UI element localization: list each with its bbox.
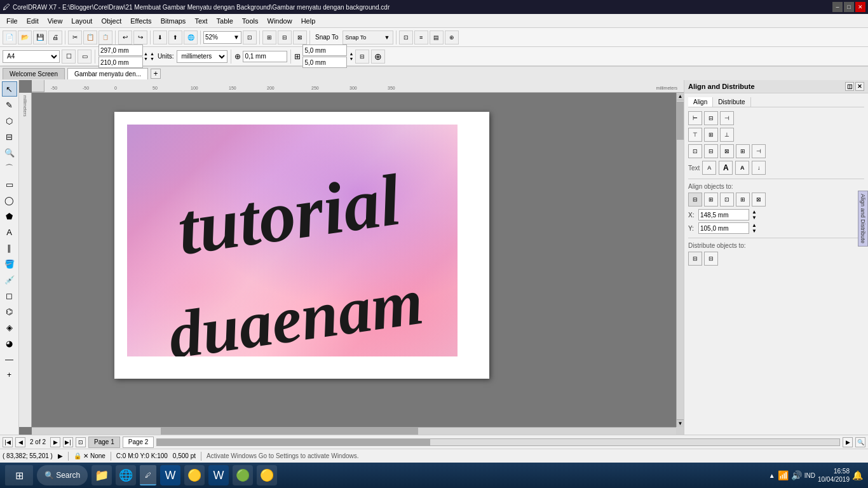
text-tool[interactable]: A	[2, 224, 17, 240]
align-option-5[interactable]: ⊣	[752, 144, 766, 158]
curve-tool[interactable]: ⌒	[2, 161, 17, 176]
tab-align[interactable]: Align	[688, 97, 713, 107]
parallel-tool[interactable]: ∥	[2, 240, 17, 255]
paper-size-selector[interactable]: A4	[3, 50, 60, 63]
page2-tab[interactable]: Page 2	[123, 437, 154, 448]
height-down-arrow[interactable]: ▼	[150, 57, 154, 61]
add-page-button[interactable]: ⊕	[371, 50, 385, 64]
view-mode-button3[interactable]: ⊠	[293, 30, 307, 44]
width-down-arrow[interactable]: ▼	[144, 57, 148, 61]
menu-bitmaps[interactable]: Bitmaps	[157, 16, 190, 26]
tab-document[interactable]: Gambar menyatu den...	[67, 68, 148, 79]
coreldraw-app[interactable]: 🖊	[140, 465, 156, 485]
scroll-thumb-h[interactable]	[161, 428, 419, 435]
connector-tool[interactable]: —	[2, 351, 17, 367]
next-page-button[interactable]: ▶	[50, 437, 60, 447]
menu-object[interactable]: Object	[97, 16, 125, 26]
dupe-w-down[interactable]: ▼	[349, 57, 353, 61]
chrome-app[interactable]: 🟡	[184, 465, 205, 485]
dupe-h-input[interactable]	[302, 57, 347, 68]
panel-vertical-label[interactable]: Align and Distribute	[858, 191, 868, 247]
freehand-tool[interactable]: ✎	[2, 97, 17, 112]
panel-close-button[interactable]: ✕	[855, 82, 864, 91]
eraser-tool[interactable]: ◻	[2, 288, 17, 303]
canvas-area[interactable]: -50 -50 0 50 100 150 200 250 300 350 mil…	[19, 80, 684, 435]
publish-button[interactable]: 🌐	[184, 30, 198, 44]
align-right-button[interactable]: ⊣	[720, 111, 734, 125]
open-button[interactable]: 📂	[18, 30, 32, 44]
first-page-button[interactable]: |◀	[3, 437, 13, 447]
menu-window[interactable]: Window	[264, 16, 296, 26]
cut-button[interactable]: ✂	[68, 30, 82, 44]
shape-tool[interactable]: ⬡	[2, 113, 17, 128]
align-option-4[interactable]: ⊞	[736, 144, 750, 158]
select-tool[interactable]: ↖	[2, 81, 17, 97]
scroll-down-arrow[interactable]: ▼	[677, 419, 684, 427]
rectangle-tool[interactable]: ▭	[2, 177, 17, 192]
scroll-right-button[interactable]: ▶	[843, 437, 853, 447]
dupe-w-up[interactable]: ▲	[349, 51, 353, 56]
chevron-up-icon[interactable]: ▲	[769, 472, 775, 479]
redo-button[interactable]: ↪	[133, 30, 147, 44]
yellow-app[interactable]: 🟡	[257, 465, 277, 485]
tab-add-button[interactable]: +	[151, 69, 161, 79]
menu-file[interactable]: File	[3, 16, 22, 26]
zoom-options-button[interactable]: ⊡	[243, 30, 257, 44]
options-button2[interactable]: ≡	[414, 30, 428, 44]
distribute-btn-1[interactable]: ⊟	[688, 252, 702, 266]
panel-float-button[interactable]: ◫	[845, 82, 854, 91]
y-up-arrow[interactable]: ▲▼	[752, 222, 757, 234]
snap-to-dropdown[interactable]: Snap To▼	[342, 30, 393, 44]
file-explorer-button[interactable]: 📁	[92, 465, 112, 485]
page-canvas[interactable]: tutorial duaenam	[114, 112, 489, 379]
crop-tool[interactable]: ⊟	[2, 129, 17, 144]
dupe-w-input[interactable]	[302, 44, 347, 56]
blend-tool[interactable]: ⌬	[2, 304, 17, 319]
align-center-v-button[interactable]: ⊞	[704, 128, 718, 142]
browser-button[interactable]: 🌐	[116, 465, 136, 485]
align-obj-btn-3[interactable]: ⊡	[720, 193, 734, 207]
prev-page-button[interactable]: ◀	[15, 437, 25, 447]
menu-edit[interactable]: Edit	[23, 16, 43, 26]
fill-tool[interactable]: 🪣	[2, 256, 17, 271]
width-field[interactable]	[98, 44, 143, 56]
vertical-scrollbar[interactable]: ▲ ▼	[676, 93, 684, 427]
landscape-button[interactable]: ▭	[78, 50, 92, 64]
zoom-to-fit-button[interactable]: 🔍	[855, 437, 865, 447]
start-button[interactable]: ⊞	[5, 465, 33, 485]
maximize-button[interactable]: □	[844, 2, 854, 12]
print-button[interactable]: 🖨	[48, 30, 62, 44]
x-up-arrow[interactable]: ▲▼	[752, 209, 757, 220]
menu-help[interactable]: Help	[297, 16, 320, 26]
nudge-input[interactable]	[243, 51, 287, 62]
text-align-btn-1[interactable]: A	[702, 161, 716, 175]
units-selector[interactable]: millimeters	[177, 50, 227, 63]
text-align-btn-4[interactable]: ↓	[752, 161, 766, 175]
word-app[interactable]: W	[160, 465, 180, 485]
menu-text[interactable]: Text	[191, 16, 211, 26]
menu-effects[interactable]: Effects	[126, 16, 155, 26]
align-obj-btn-5[interactable]: ⊠	[752, 193, 766, 207]
notification-icon[interactable]: 🔔	[852, 470, 863, 480]
align-obj-btn-2[interactable]: ⊞	[704, 193, 718, 207]
minimize-button[interactable]: –	[832, 2, 843, 12]
y-value-input[interactable]	[698, 222, 749, 234]
options-button3[interactable]: ▤	[430, 30, 444, 44]
close-button[interactable]: ✕	[855, 2, 865, 12]
menu-tools[interactable]: Tools	[238, 16, 262, 26]
align-left-button[interactable]: ⊢	[688, 111, 702, 125]
options-button4[interactable]: ⊕	[445, 30, 459, 44]
scroll-up-arrow[interactable]: ▲	[677, 93, 684, 100]
add-minus-tool[interactable]: +	[2, 367, 17, 383]
green-app[interactable]: 🟢	[233, 465, 253, 485]
new-button[interactable]: 📄	[3, 30, 17, 44]
paste-button[interactable]: 📋	[98, 30, 112, 44]
width-up-arrow[interactable]: ▲	[144, 51, 148, 56]
text-align-btn-2[interactable]: A	[719, 161, 733, 175]
align-obj-btn-4[interactable]: ⊞	[736, 193, 750, 207]
align-top-button[interactable]: ⊤	[688, 128, 702, 142]
tab-welcome[interactable]: Welcome Screen	[3, 68, 65, 79]
options-button1[interactable]: ⊡	[399, 30, 413, 44]
zoom-tool[interactable]: 🔍	[2, 145, 17, 160]
view-mode-button2[interactable]: ⊟	[278, 30, 292, 44]
